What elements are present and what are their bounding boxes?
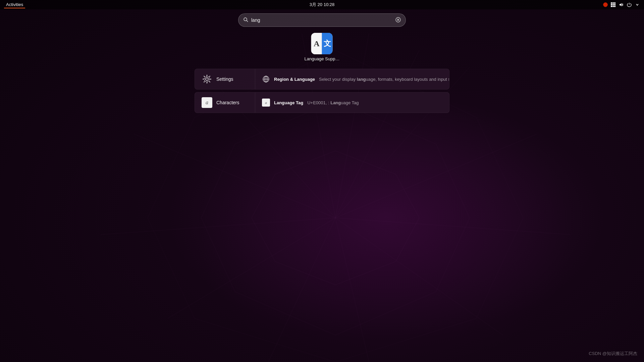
language-tag-icon: a [262,99,270,107]
svg-line-7 [101,218,335,235]
characters-app-section[interactable]: a Characters [195,93,255,113]
settings-app-name: Settings [216,76,233,82]
language-tag-desc: U+E0001, : Language Tag [307,100,359,105]
svg-point-26 [244,18,247,21]
language-tag-item[interactable]: a Language Tag U+E0001, : Language Tag [255,95,449,110]
search-box: lang [238,13,406,27]
chevron-down-icon[interactable] [635,2,640,7]
svg-rect-22 [611,6,612,7]
svg-point-31 [206,78,208,80]
topbar-right-icons [603,2,640,7]
result-row-settings: Settings Region & Language Select your d… [195,69,449,89]
svg-line-2 [335,218,570,235]
grid-icon[interactable] [610,2,616,7]
topbar: Activities 3月 20 10:28 [0,0,644,9]
app-icons-area: A 文 Language Supp… [302,30,342,64]
status-dot [603,2,608,7]
svg-line-8 [134,134,335,218]
lang-icon-left: A [311,33,322,54]
svg-rect-17 [612,2,614,4]
globe-icon [262,75,270,83]
svg-rect-18 [614,2,615,4]
activities-label[interactable]: Activities [4,1,25,8]
power-icon[interactable] [627,2,632,7]
volume-icon[interactable] [619,2,624,7]
region-language-desc: Select your display language, formats, k… [319,77,449,82]
svg-rect-21 [614,4,615,5]
region-language-item[interactable]: Region & Language Select your display la… [255,72,449,86]
svg-line-27 [247,20,248,22]
svg-line-3 [335,218,503,335]
watermark: CSDN @知识搬运工阿杰 [589,351,637,357]
svg-rect-19 [611,4,612,5]
results-area: Settings Region & Language Select your d… [195,69,449,113]
language-support-label: Language Supp… [305,56,340,61]
svg-line-5 [268,218,335,362]
settings-app-icon [202,74,212,84]
svg-marker-25 [620,3,622,6]
search-input[interactable]: lang [251,17,393,23]
svg-point-32 [204,76,210,82]
clock: 3月 20 10:28 [310,2,334,8]
search-container: lang [238,13,406,27]
svg-line-1 [335,134,537,218]
search-icon [243,17,249,23]
characters-app-name: Characters [216,100,239,105]
region-language-name: Region & Language [274,77,315,82]
characters-app-icon: a [202,97,212,108]
svg-rect-23 [612,6,614,7]
settings-app-section[interactable]: Settings [195,69,255,89]
svg-rect-20 [612,4,614,5]
language-support-app-icon[interactable]: A 文 Language Supp… [302,30,342,64]
svg-line-4 [335,218,369,362]
language-support-icon-box: A 文 [311,33,333,54]
search-clear-button[interactable] [395,17,401,23]
language-tag-name: Language Tag [274,100,303,105]
characters-items-section: a Language Tag U+E0001, : Language Tag [255,93,449,113]
lang-icon-right: 文 [322,33,333,54]
settings-items-section: Region & Language Select your display la… [255,69,449,89]
svg-rect-16 [611,2,612,4]
result-row-characters: a Characters a Language Tag U+E0001, : L… [195,92,449,113]
svg-line-6 [168,218,335,318]
svg-rect-24 [614,6,615,7]
